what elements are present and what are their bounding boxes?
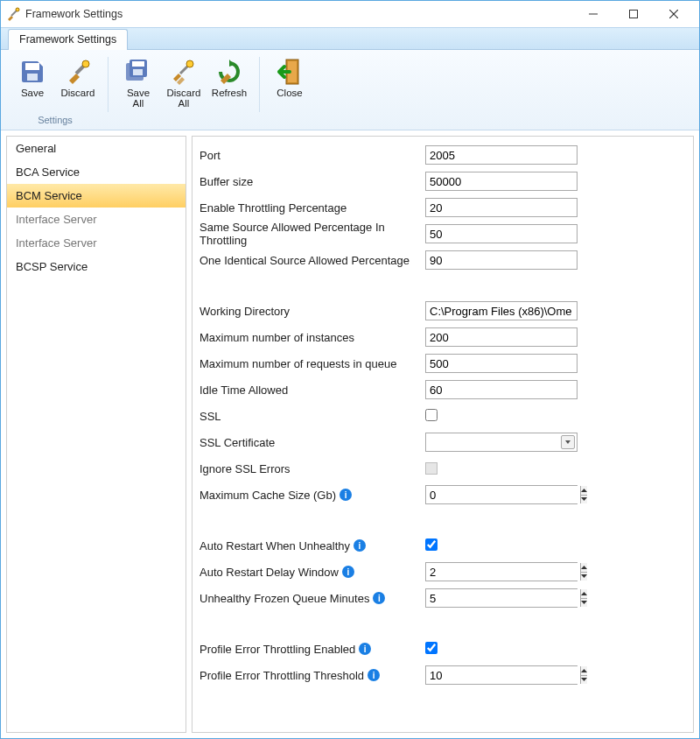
spin-up-icon[interactable] [581,486,587,496]
svg-point-0 [16,8,19,11]
close-window-button[interactable] [654,1,694,27]
spinner-unhealthy-frozen[interactable] [425,588,578,608]
svg-rect-6 [25,63,39,70]
ribbon-separator [108,57,108,112]
label-auto-restart: Auto Restart When Unhealthy [200,539,350,552]
input-working-dir[interactable] [425,301,578,320]
save-all-icon [124,58,152,86]
select-ssl-cert[interactable] [425,433,578,452]
label-ssl-cert: SSL Certificate [200,436,425,449]
spin-up-icon[interactable] [581,589,587,599]
refresh-button[interactable]: Refresh [208,55,250,113]
discard-icon [64,58,92,86]
tab-strip: Framework Settings [1,27,699,50]
svg-rect-11 [132,61,144,67]
label-buffer-size: Buffer size [200,175,425,188]
tab-framework-settings[interactable]: Framework Settings [8,29,128,50]
ribbon: Save Discard Settings Save All Discard A… [1,50,699,130]
app-icon [6,7,20,21]
sidebar-item-general[interactable]: General [7,137,186,160]
spin-down-icon[interactable] [581,496,587,504]
svg-point-8 [82,60,89,67]
ribbon-group-all: Save All Discard All Refresh [112,53,256,128]
checkbox-profile-err-enabled[interactable] [425,642,438,654]
label-working-dir: Working Directory [200,305,425,318]
input-max-instances[interactable] [425,327,578,347]
content-area: GeneralBCA ServiceBCM ServiceInterface S… [1,130,699,738]
maximize-button[interactable] [613,1,654,27]
window-title: Framework Settings [25,8,573,20]
svg-rect-12 [133,69,143,75]
chevron-down-icon [561,435,575,449]
label-max-instances: Maximum number of instances [200,331,425,344]
close-button[interactable]: Close [269,55,311,113]
label-port: Port [200,149,425,162]
settings-form: Port Buffer size Enable Throttling Perce… [192,136,694,733]
spinner-profile-err-threshold[interactable] [425,665,578,685]
sidebar: GeneralBCA ServiceBCM ServiceInterface S… [6,136,186,733]
input-enable-throttling[interactable] [425,198,578,217]
info-icon[interactable]: i [340,489,352,501]
discard-all-button[interactable]: Discard All [163,55,205,113]
save-all-button[interactable]: Save All [117,55,159,113]
info-icon[interactable]: i [342,566,354,578]
spin-up-icon[interactable] [581,666,587,676]
svg-rect-7 [27,74,38,81]
label-max-cache: Maximum Cache Size (Gb) [200,489,336,502]
input-port[interactable] [425,145,578,165]
input-buffer-size[interactable] [425,172,578,191]
checkbox-ssl[interactable] [425,409,438,421]
label-same-source: Same Source Allowed Percentage In Thrott… [200,221,425,247]
close-door-icon [276,58,304,86]
spin-down-icon[interactable] [581,573,587,581]
checkbox-auto-restart[interactable] [425,538,438,551]
input-idle-time[interactable] [425,380,578,399]
ribbon-group-close: Close [263,53,316,128]
save-icon [18,58,46,86]
discard-button[interactable]: Discard [57,55,99,113]
spinner-max-cache[interactable] [425,485,578,504]
discard-all-icon [170,58,198,86]
label-ignore-ssl-errors: Ignore SSL Errors [200,462,425,475]
spin-down-icon[interactable] [581,599,587,608]
refresh-icon [215,58,243,86]
title-bar: Framework Settings [1,1,699,27]
label-auto-restart-delay: Auto Restart Delay Window [200,566,339,579]
save-button[interactable]: Save [11,55,53,113]
sidebar-item-interface-server[interactable]: Interface Server [7,208,186,231]
svg-point-13 [186,60,193,67]
minimize-button[interactable] [573,1,613,27]
info-icon[interactable]: i [373,592,385,604]
label-idle-time: Idle Time Allowed [200,384,425,397]
spin-up-icon[interactable] [581,563,587,573]
label-max-requests: Maximum number of requests in queue [200,357,425,370]
info-icon[interactable]: i [359,643,371,655]
sidebar-item-bca-service[interactable]: BCA Service [7,160,186,184]
label-one-identical: One Identical Source Allowed Percentage [200,254,425,267]
ribbon-separator [259,57,260,112]
ribbon-group-label: Settings [6,113,104,126]
input-same-source[interactable] [425,224,578,243]
label-ssl: SSL [200,410,425,423]
svg-rect-2 [630,11,638,18]
sidebar-item-bcm-service[interactable]: BCM Service [7,184,186,208]
label-unhealthy-frozen: Unhealthy Frozen Queue Minutes [200,592,369,605]
ribbon-group-settings: Save Discard Settings [6,53,104,128]
input-max-requests[interactable] [425,354,578,373]
spinner-auto-restart-delay[interactable] [425,562,578,581]
label-profile-err-threshold: Profile Error Throttling Threshold [200,669,364,682]
label-enable-throttling: Enable Throttling Percentage [200,201,425,215]
sidebar-item-interface-server[interactable]: Interface Server [7,231,186,255]
sidebar-item-bcsp-service[interactable]: BCSP Service [7,255,186,278]
info-icon[interactable]: i [368,669,380,681]
label-profile-err-enabled: Profile Error Throttling Enabled [200,643,355,656]
spin-down-icon[interactable] [581,676,587,685]
info-icon[interactable]: i [354,539,366,552]
checkbox-ignore-ssl-errors [425,462,438,475]
input-one-identical[interactable] [425,250,578,270]
